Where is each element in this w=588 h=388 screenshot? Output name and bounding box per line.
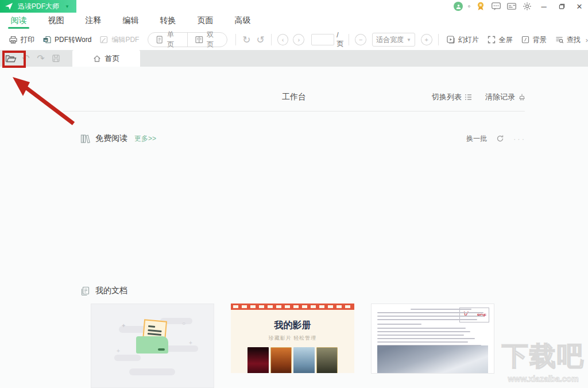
- document-card-empty[interactable]: ✦ ○ + +: [91, 304, 214, 388]
- free-reading-header: 免费阅读 更多>> 换一批 ···: [80, 131, 526, 146]
- books-icon: [80, 134, 90, 144]
- toolbar: 打印 w PDF转Word 编辑PDF 单页: [0, 29, 588, 50]
- fullscreen-icon: [487, 35, 496, 44]
- titlebar-icons: ─ ✕: [454, 0, 586, 13]
- clear-records-button[interactable]: 清除记录: [485, 92, 526, 102]
- tab-view[interactable]: 视图: [37, 13, 75, 29]
- movie-poster: [293, 347, 315, 373]
- workbench-header: 工作台 切换列表 清除记录: [0, 92, 588, 107]
- toolbar-more-button[interactable]: ›: [586, 36, 588, 44]
- app-logo-icon: [5, 2, 14, 10]
- zoom-in-button[interactable]: +: [421, 34, 432, 45]
- broom-icon: [518, 93, 526, 101]
- maximize-button[interactable]: [555, 1, 568, 11]
- toolbar-separator: [271, 34, 272, 45]
- double-page-button[interactable]: 双页: [187, 33, 227, 47]
- message-icon[interactable]: [491, 1, 501, 11]
- document-tab-bar: ↶ ↷ 首页: [0, 50, 588, 67]
- word-doc-icon: w: [42, 35, 52, 44]
- page-number-input[interactable]: [311, 34, 334, 45]
- background-button[interactable]: 背景: [517, 35, 551, 45]
- app-brand[interactable]: 迅读PDF大师 ▼: [0, 0, 76, 13]
- close-button[interactable]: ✕: [573, 1, 586, 11]
- sparkle-icon: ✦: [121, 322, 126, 329]
- tab-edit[interactable]: 编辑: [112, 13, 149, 29]
- free-reading-title: 免费阅读: [95, 133, 127, 144]
- background-icon: [521, 35, 530, 44]
- chevron-down-icon: ▼: [407, 37, 411, 43]
- next-page-button[interactable]: ›: [293, 34, 304, 45]
- pdf-to-word-button[interactable]: w PDF转Word: [38, 35, 95, 45]
- more-menu-button[interactable]: ···: [513, 135, 526, 143]
- movie-poster: [316, 347, 338, 373]
- find-icon: [555, 35, 564, 44]
- zoom-mode-select[interactable]: 适合宽度 ▼: [372, 33, 415, 47]
- switch-list-button[interactable]: 切换列表: [432, 92, 473, 102]
- movie-poster: [270, 347, 292, 373]
- minimize-button[interactable]: ─: [537, 1, 550, 11]
- sparkle-icon: +: [189, 340, 192, 346]
- save-button[interactable]: [48, 52, 63, 65]
- list-view-icon: [465, 93, 473, 101]
- feedback-card-icon[interactable]: [506, 1, 517, 11]
- fullscreen-button[interactable]: 全屏: [483, 35, 517, 45]
- pdf-preview-textlines: [377, 309, 488, 348]
- tab-advanced[interactable]: 高级: [224, 13, 261, 29]
- printer-icon: [9, 35, 18, 44]
- empty-folder-illustration: [136, 320, 171, 356]
- print-button[interactable]: 打印: [5, 35, 38, 45]
- movie-poster: [247, 347, 269, 373]
- double-page-icon: [195, 35, 204, 44]
- toolbar-separator: [235, 34, 236, 45]
- redo-button[interactable]: ↷: [33, 52, 48, 65]
- workbench-page: 工作台 切换列表 清除记录: [0, 67, 588, 388]
- annotation-highlight-box: [2, 51, 26, 68]
- album-subtitle: 珍藏影片 轻松管理: [231, 335, 354, 342]
- status-dot: [468, 5, 470, 7]
- free-reading-more-link[interactable]: 更多>>: [134, 134, 156, 144]
- section-divider: [63, 111, 525, 112]
- settings-gear-icon[interactable]: [522, 1, 532, 11]
- page-suffix-label: /页: [336, 31, 345, 49]
- change-batch-button[interactable]: 换一批: [466, 134, 487, 144]
- edit-pencil-icon: [99, 35, 109, 44]
- rotate-ccw-button[interactable]: ↺: [253, 34, 267, 46]
- slideshow-button[interactable]: 幻灯片: [442, 35, 483, 45]
- single-page-icon: [155, 35, 164, 44]
- my-documents-title: 我的文档: [95, 286, 127, 296]
- title-bar: 迅读PDF大师 ▼ ─ ✕: [0, 0, 588, 13]
- documents-icon: [80, 286, 90, 296]
- page-layout-group: 单页 双页: [148, 32, 227, 47]
- pdf-preview-photo: [377, 345, 488, 373]
- find-button[interactable]: 查找: [551, 35, 585, 45]
- toolbar-separator: [438, 34, 439, 45]
- edit-pdf-button[interactable]: 编辑PDF: [95, 35, 143, 45]
- tab-annotate[interactable]: 注释: [75, 13, 112, 29]
- menu-bar: 阅读 视图 注释 编辑 转换 页面 高级: [0, 13, 588, 29]
- svg-text:w: w: [44, 39, 47, 42]
- rotate-cw-button[interactable]: ↻: [239, 34, 253, 46]
- my-documents-header: 我的文档: [80, 283, 526, 298]
- brand-dropdown-icon[interactable]: ▼: [65, 4, 69, 9]
- prev-page-button[interactable]: ‹: [277, 34, 289, 45]
- annotation-arrow: [0, 70, 86, 130]
- document-card-album[interactable]: 我的影册 珍藏影片 轻松管理: [231, 304, 354, 373]
- user-avatar[interactable]: [454, 2, 463, 11]
- movie-posters: [231, 347, 354, 373]
- toolbar-separator: [349, 34, 349, 45]
- sparkle-icon: +: [117, 348, 120, 354]
- app-title: 迅读PDF大师: [18, 2, 59, 11]
- tab-page[interactable]: 页面: [187, 13, 224, 29]
- single-page-button[interactable]: 单页: [148, 33, 187, 47]
- document-card-pdf[interactable]: V PDF: [371, 304, 494, 374]
- sparkle-icon: ○: [182, 320, 185, 326]
- vip-medal-icon[interactable]: [475, 1, 486, 11]
- refresh-icon[interactable]: [496, 135, 504, 143]
- home-tab[interactable]: 首页: [72, 50, 140, 67]
- filmstrip-decoration: [231, 304, 354, 310]
- slideshow-icon: [446, 35, 455, 44]
- zoom-out-button[interactable]: −: [355, 34, 366, 45]
- tab-convert[interactable]: 转换: [149, 13, 187, 29]
- album-title: 我的影册: [231, 320, 354, 332]
- tab-read[interactable]: 阅读: [0, 13, 37, 29]
